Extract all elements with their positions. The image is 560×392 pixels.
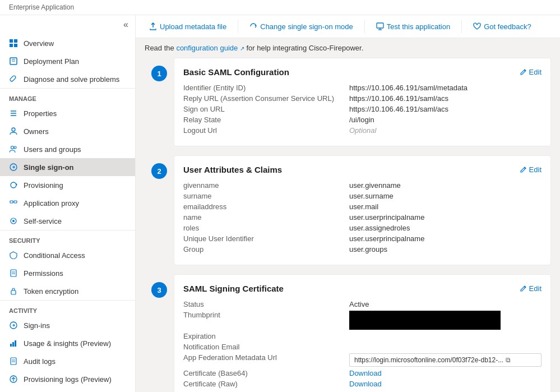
identifier-label: Identifier (Entity ID) xyxy=(183,84,340,92)
proxy-icon xyxy=(9,199,18,207)
sidebar-item-provisioning[interactable]: Provisioning xyxy=(0,176,135,194)
sidebar-item-usage-insights[interactable]: Usage & insights (Preview) xyxy=(0,334,135,352)
attribute-row: Groupuser.groups xyxy=(183,245,542,253)
sign-on-url-label: Sign on URL xyxy=(183,105,340,113)
signin-activity-icon xyxy=(9,321,18,330)
row-cert-raw: Certificate (Raw) Download xyxy=(183,380,542,388)
config-guide-link[interactable]: configuration guide ↗ xyxy=(176,44,246,52)
row-expiration: Expiration xyxy=(183,332,542,340)
sidebar-item-provisioning-logs-label: Provisioning logs (Preview) xyxy=(24,375,112,384)
change-sign-on-button[interactable]: Change single sign-on mode xyxy=(245,20,358,33)
row-identifier: Identifier (Entity ID) https://10.106.46… xyxy=(183,84,542,92)
step-2-number: 2 xyxy=(151,163,167,179)
svg-rect-28 xyxy=(11,358,16,365)
basic-saml-edit-button[interactable]: Edit xyxy=(520,68,542,76)
svg-marker-14 xyxy=(16,183,17,186)
relay-state-value: /ui/login xyxy=(349,116,542,124)
sidebar-item-provisioning-logs[interactable]: Provisioning logs (Preview) xyxy=(0,370,135,388)
upload-metadata-button[interactable]: Upload metadata file xyxy=(145,20,231,33)
sidebar-item-owners-label: Owners xyxy=(24,127,49,136)
heart-icon xyxy=(473,22,481,30)
change-icon xyxy=(249,22,257,30)
activity-section: Activity xyxy=(0,300,135,316)
collapse-button[interactable]: « xyxy=(123,20,128,30)
sidebar-item-users-groups-label: Users and groups xyxy=(24,145,81,154)
sidebar-item-application-proxy[interactable]: Application proxy xyxy=(0,194,135,212)
svg-rect-15 xyxy=(10,201,13,203)
sidebar-collapse[interactable]: « xyxy=(0,15,135,34)
sidebar-item-users-groups[interactable]: Users and groups xyxy=(0,140,135,158)
main-content: Upload metadata file Change single sign-… xyxy=(136,15,560,392)
sidebar-item-self-service[interactable]: Self-service xyxy=(0,212,135,230)
row-reply-url: Reply URL (Assertion Consumer Service UR… xyxy=(183,94,542,103)
saml-signing-edit-button[interactable]: Edit xyxy=(520,284,542,293)
sidebar-item-owners[interactable]: Owners xyxy=(0,122,135,140)
user-attributes-edit-button[interactable]: Edit xyxy=(520,165,542,174)
logout-url-label: Logout Url xyxy=(183,126,340,135)
sidebar-item-diagnose-label: Diagnose and solve problems xyxy=(24,75,119,84)
svg-rect-0 xyxy=(10,39,13,43)
attr-label: name xyxy=(183,213,340,222)
test-application-button[interactable]: Test this application xyxy=(372,20,455,33)
cert-raw-download[interactable]: Download xyxy=(349,380,542,388)
signin-icon xyxy=(9,163,18,172)
row-notification-email: Notification Email xyxy=(183,343,542,351)
upload-metadata-label: Upload metadata file xyxy=(160,22,226,31)
svg-point-12 xyxy=(14,146,16,149)
sidebar: « Overview Deployment Plan Diagnose and … xyxy=(0,15,136,392)
row-metadata-url: App Federation Metadata Url https://logi… xyxy=(183,353,542,367)
sidebar-item-conditional-access[interactable]: Conditional Access xyxy=(0,246,135,264)
svg-rect-25 xyxy=(10,344,12,347)
thumbprint-box xyxy=(349,311,501,330)
sidebar-item-sign-ins[interactable]: Sign-ins xyxy=(0,316,135,334)
status-label: Status xyxy=(183,300,340,308)
svg-rect-3 xyxy=(14,44,17,47)
chart-icon xyxy=(9,339,18,348)
cert-base64-label: Certificate (Base64) xyxy=(183,369,340,377)
row-thumbprint: Thumbprint xyxy=(183,311,542,330)
user-attributes-header: User Attributes & Claims Edit xyxy=(183,165,542,174)
edit-icon xyxy=(520,68,527,76)
sidebar-item-permissions[interactable]: Permissions xyxy=(0,264,135,282)
attribute-row: emailaddressuser.mail xyxy=(183,202,542,211)
attribute-row: nameuser.userprincipalname xyxy=(183,213,542,222)
person-icon xyxy=(9,127,18,136)
user-attributes-title: User Attributes & Claims xyxy=(183,165,282,174)
sidebar-item-diagnose[interactable]: Diagnose and solve problems xyxy=(0,70,135,88)
edit-icon-3 xyxy=(520,285,527,292)
attr-label: roles xyxy=(183,224,340,232)
toolbar: Upload metadata file Change single sign-… xyxy=(136,15,560,38)
upload-icon xyxy=(149,22,157,30)
sidebar-item-overview[interactable]: Overview xyxy=(0,34,135,52)
attr-label: Group xyxy=(183,245,340,253)
feedback-button[interactable]: Got feedback? xyxy=(469,20,536,33)
sidebar-item-permissions-label: Permissions xyxy=(24,269,63,278)
sign-on-url-value: https://10.106.46.191/saml/acs xyxy=(349,105,542,113)
basic-saml-header: Basic SAML Configuration Edit xyxy=(183,67,542,77)
change-sign-on-label: Change single sign-on mode xyxy=(260,22,353,31)
sidebar-item-single-sign-on[interactable]: Single sign-on xyxy=(0,158,135,176)
svg-rect-32 xyxy=(377,23,383,28)
attr-value: user.givenname xyxy=(349,181,542,190)
metadata-url-label: App Federation Metadata Url xyxy=(183,353,340,367)
attr-value: user.surname xyxy=(349,192,542,200)
sidebar-item-deployment-plan[interactable]: Deployment Plan xyxy=(0,52,135,70)
cert-base64-download[interactable]: Download xyxy=(349,369,542,377)
sidebar-item-provisioning-label: Provisioning xyxy=(24,181,63,190)
attribute-row: surnameuser.surname xyxy=(183,192,542,200)
sidebar-item-audit-logs[interactable]: Audit logs xyxy=(0,352,135,370)
saml-signing-card: SAML Signing Certificate Edit Status Act… xyxy=(174,274,551,392)
sidebar-item-single-sign-on-label: Single sign-on xyxy=(24,163,74,172)
user-attributes-card: User Attributes & Claims Edit givennameu… xyxy=(174,155,551,265)
copy-icon[interactable]: ⧉ xyxy=(506,356,511,364)
svg-rect-1 xyxy=(14,39,17,43)
attr-value: user.mail xyxy=(349,202,542,211)
svg-rect-16 xyxy=(14,201,17,203)
cert-raw-label: Certificate (Raw) xyxy=(183,380,340,388)
sidebar-item-properties[interactable]: Properties xyxy=(0,104,135,122)
sidebar-item-token-encryption[interactable]: Token encryption xyxy=(0,282,135,300)
step-1-row: 1 Basic SAML Configuration Edit xyxy=(151,58,551,146)
grid-icon xyxy=(9,39,18,48)
sidebar-item-properties-label: Properties xyxy=(24,109,57,118)
notification-email-label: Notification Email xyxy=(183,343,340,351)
